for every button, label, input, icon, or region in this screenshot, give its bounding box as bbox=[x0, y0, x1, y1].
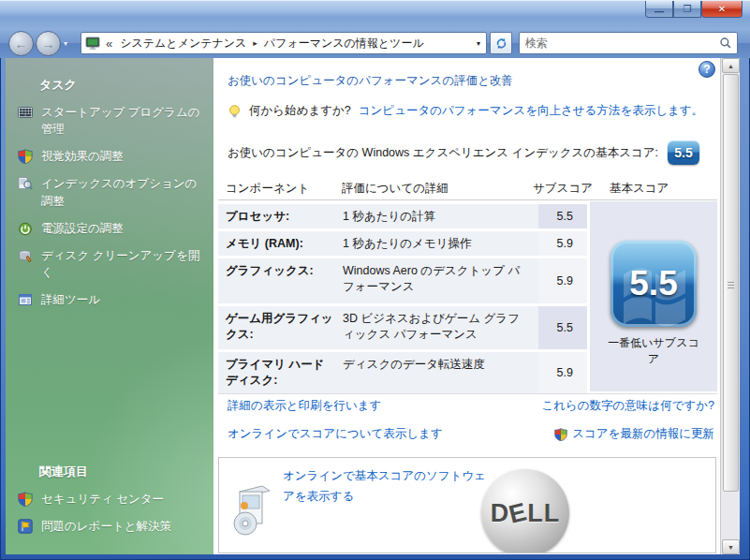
maximize-icon: ❐ bbox=[684, 4, 692, 14]
page-title: お使いのコンピュータのパフォーマンスの評価と改善 bbox=[228, 73, 513, 89]
hint-question: 何から始めますか? bbox=[249, 103, 351, 119]
scrollbar-grip-icon bbox=[728, 282, 734, 289]
control-panel-icon bbox=[85, 36, 100, 51]
sidebar-item-label: 問題のレポートと解決策 bbox=[41, 520, 171, 533]
close-icon: ✕ bbox=[718, 4, 726, 14]
wei-table: プロセッサ: 1 秒あたりの計算 5.5 メモリ (RAM): 1 秒あたりのメ… bbox=[218, 204, 587, 393]
view-scores-online-link[interactable]: オンラインでスコアについて表示します bbox=[228, 426, 443, 442]
online-software-promo-box: オンラインで基本スコアのソフトウェアを表示する DELL bbox=[218, 457, 716, 553]
component-detail: 1 秒あたりの計算 bbox=[342, 204, 538, 228]
scroll-down-button[interactable]: ▼ bbox=[722, 539, 740, 554]
component-detail: ディスクのデータ転送速度 bbox=[342, 352, 538, 393]
component-name: メモリ (RAM): bbox=[218, 231, 342, 256]
sidebar-item-power-settings[interactable]: 電源設定の調整 bbox=[6, 220, 206, 237]
close-button[interactable]: ✕ bbox=[701, 1, 743, 18]
component-name: ゲーム用グラフィックス: bbox=[218, 306, 342, 349]
tasks-sidebar: タスク スタートアップ プログラムの管理 視覚効果の調整 bbox=[6, 58, 213, 554]
component-name: プロセッサ: bbox=[218, 204, 342, 228]
help-button[interactable]: ? bbox=[699, 61, 715, 78]
sidebar-item-label: スタートアップ プログラムの管理 bbox=[41, 106, 200, 136]
lightbulb-icon bbox=[228, 104, 242, 119]
indexing-options-icon bbox=[18, 176, 33, 191]
improve-performance-link[interactable]: コンピュータのパフォーマンスを向上させる方法を表示します。 bbox=[359, 103, 703, 119]
what-do-numbers-mean-link[interactable]: これらの数字の意味は何ですか? bbox=[541, 398, 714, 414]
refresh-score-link[interactable]: スコアを最新の情報に更新 bbox=[572, 426, 714, 442]
component-detail: Windows Aero のデスクトップ パフォーマンス bbox=[342, 258, 538, 303]
breadcrumb-overflow-chevrons[interactable]: « bbox=[106, 37, 112, 51]
sidebar-item-label: ディスク クリーンアップを開く bbox=[41, 249, 199, 279]
disk-cleanup-icon bbox=[18, 248, 33, 263]
help-icon: ? bbox=[703, 63, 710, 76]
breadcrumb-item-system-maintenance[interactable]: システムとメンテナンス bbox=[120, 36, 246, 52]
scroll-up-button[interactable]: ▲ bbox=[722, 58, 740, 73]
subscore-value: 5.5 bbox=[538, 204, 587, 228]
subscore-value: 5.9 bbox=[538, 258, 587, 303]
sidebar-item-visual-effects[interactable]: 視覚効果の調整 bbox=[6, 148, 206, 165]
breadcrumb-item-performance-tools[interactable]: パフォーマンスの情報とツール bbox=[264, 36, 424, 52]
search-box bbox=[519, 32, 738, 54]
table-row-primary-hard-disk: プライマリ ハード ディスク: ディスクのデータ転送速度 5.9 bbox=[218, 352, 587, 393]
search-icon[interactable] bbox=[719, 37, 732, 50]
sidebar-item-label: インデックスのオプションの調整 bbox=[41, 177, 197, 207]
back-arrow-icon: ← bbox=[15, 37, 28, 52]
table-row-processor: プロセッサ: 1 秒あたりの計算 5.5 bbox=[218, 204, 587, 228]
base-score-mini-badge: 5.5 bbox=[668, 140, 699, 165]
hint-row: 何から始めますか? コンピュータのパフォーマンスを向上させる方法を表示します。 bbox=[228, 103, 703, 119]
base-score-value: 5.5 bbox=[629, 264, 677, 303]
vertical-scrollbar[interactable]: ▲ ▼ bbox=[720, 58, 740, 554]
related-items-header: 関連項目 bbox=[39, 464, 213, 480]
navigation-toolbar: ← → ▾ « システムとメンテナンス ▸ パフォーマンスの情報とツール ▾ bbox=[0, 28, 750, 58]
related-items-section: 関連項目 セキュリティ センター 問題のレポートと解決策 bbox=[6, 445, 213, 545]
software-box-icon bbox=[230, 482, 277, 537]
table-row-gaming-graphics: ゲーム用グラフィックス: 3D ビジネスおよびゲーム グラフィックス パフォーマ… bbox=[218, 306, 587, 349]
column-header-detail: 評価についての詳細 bbox=[342, 181, 449, 197]
power-settings-icon bbox=[18, 221, 33, 236]
column-header-component: コンポーネント bbox=[226, 181, 309, 197]
subscore-value: 5.9 bbox=[538, 231, 587, 256]
view-basescore-software-online-link[interactable]: オンラインで基本スコアのソフトウェアを表示する bbox=[283, 466, 491, 508]
sidebar-item-security-center[interactable]: セキュリティ センター bbox=[6, 491, 206, 508]
minimize-icon: — bbox=[654, 7, 664, 17]
main-content: ? お使いのコンピュータのパフォーマンスの評価と改善 何から始めますか? コンピ… bbox=[213, 58, 720, 554]
scrollbar-thumb[interactable] bbox=[723, 74, 739, 492]
window: — ❐ ✕ ← → ▾ « システムとメンテナンス ▸ パフォーマンスの情報とツ… bbox=[0, 0, 750, 560]
sidebar-item-advanced-tools[interactable]: 詳細ツール bbox=[6, 291, 206, 308]
column-header-subscore: サブスコア bbox=[533, 181, 593, 197]
base-score-label: お使いのコンピュータの Windows エクスペリエンス インデックスの基本スコ… bbox=[228, 145, 658, 161]
search-input[interactable] bbox=[520, 37, 719, 50]
recent-pages-dropdown[interactable]: ▾ bbox=[64, 39, 67, 48]
tasks-header: タスク bbox=[39, 77, 213, 94]
breadcrumb-separator-icon: ▸ bbox=[253, 38, 257, 48]
component-name: グラフィックス: bbox=[218, 258, 342, 303]
address-dropdown-icon[interactable]: ▾ bbox=[477, 39, 480, 48]
uac-shield-icon bbox=[554, 428, 567, 441]
table-row-graphics: グラフィックス: Windows Aero のデスクトップ パフォーマンス 5.… bbox=[218, 258, 587, 303]
back-button[interactable]: ← bbox=[8, 31, 34, 56]
forward-button[interactable]: → bbox=[36, 31, 61, 56]
base-score-panel: 5.5 一番低いサブスコア bbox=[590, 201, 717, 391]
sidebar-item-startup-programs[interactable]: スタートアップ プログラムの管理 bbox=[6, 104, 206, 138]
title-bar: — ❐ ✕ bbox=[0, 0, 750, 28]
component-detail: 1 秒あたりのメモリ操作 bbox=[342, 231, 538, 256]
uac-shield-icon bbox=[18, 149, 33, 164]
forward-arrow-icon: → bbox=[42, 37, 55, 52]
subscore-value: 5.5 bbox=[538, 306, 587, 349]
column-header-basescore: 基本スコア bbox=[610, 181, 669, 197]
table-divider bbox=[218, 393, 717, 394]
refresh-button[interactable] bbox=[490, 32, 512, 54]
breadcrumb[interactable]: « システムとメンテナンス ▸ パフォーマンスの情報とツール ▾ bbox=[81, 32, 487, 54]
maximize-button[interactable]: ❐ bbox=[673, 1, 701, 18]
dell-letter: L bbox=[544, 499, 561, 528]
sidebar-item-indexing-options[interactable]: インデックスのオプションの調整 bbox=[6, 175, 206, 209]
view-print-details-link[interactable]: 詳細の表示と印刷を行います bbox=[228, 398, 381, 414]
problem-reports-flag-icon bbox=[18, 519, 33, 534]
table-header-row: コンポーネント 評価についての詳細 サブスコア 基本スコア bbox=[218, 178, 717, 200]
minimize-button[interactable]: — bbox=[645, 1, 673, 18]
window-controls: — ❐ ✕ bbox=[645, 1, 743, 18]
sidebar-item-disk-cleanup[interactable]: ディスク クリーンアップを開く bbox=[6, 247, 206, 281]
refresh-score-row: スコアを最新の情報に更新 bbox=[554, 426, 714, 442]
security-shield-icon bbox=[18, 492, 33, 507]
sidebar-item-label: 視覚効果の調整 bbox=[41, 150, 124, 163]
sidebar-item-problem-reports[interactable]: 問題のレポートと解決策 bbox=[6, 518, 206, 535]
sidebar-item-label: 電源設定の調整 bbox=[41, 222, 124, 235]
